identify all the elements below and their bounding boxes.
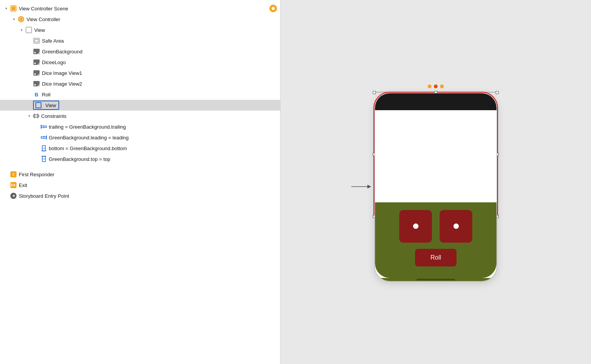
svg-point-0 xyxy=(272,7,275,10)
dice1-label: Dice Image View1 xyxy=(42,70,82,76)
tree-item-dicelogo[interactable]: DiceeLogo xyxy=(0,57,280,68)
dicelogo-label: DiceeLogo xyxy=(42,60,66,65)
phone-wrapper: Roll xyxy=(374,83,498,282)
dice-1-dot xyxy=(413,223,418,229)
safearea-icon xyxy=(33,37,40,44)
tree-item-view-root[interactable]: View xyxy=(0,25,280,35)
right-panel: Roll xyxy=(281,0,591,364)
vc-label: View Controller xyxy=(27,17,60,22)
entrypoint-label: Storyboard Entry Point xyxy=(19,193,69,199)
ctrl-dot-3 xyxy=(440,84,444,88)
dice-row xyxy=(399,210,472,243)
scene-badge xyxy=(269,5,277,12)
entrypoint-icon xyxy=(10,192,17,199)
constraints-label: Constraints xyxy=(41,113,66,119)
tree-item-entrypoint[interactable]: Storyboard Entry Point xyxy=(0,190,280,201)
ctrl-dot-2 xyxy=(434,84,438,88)
roll-icon: B xyxy=(33,91,40,98)
left-panel: View Controller Scene View Controller Vi… xyxy=(0,0,281,364)
exit-label: Exit xyxy=(19,182,27,188)
tree-item-safearea[interactable]: Safe Area xyxy=(0,35,280,46)
fr-label: First Responder xyxy=(19,172,54,177)
canvas-area: Roll xyxy=(374,83,498,282)
home-bar xyxy=(417,279,455,280)
tree-item-fr[interactable]: 1 First Responder xyxy=(0,169,280,180)
tree-item-c3[interactable]: bottom = GreenBackground.bottom xyxy=(0,143,280,154)
ctrl-dot-1 xyxy=(428,84,432,88)
dice2-icon xyxy=(33,80,40,87)
vc-icon xyxy=(18,16,25,23)
tree-item-dice1[interactable]: Dice Image View1 xyxy=(0,68,280,78)
c3-label: bottom = GreenBackground.bottom xyxy=(49,146,127,151)
view-root-icon xyxy=(25,26,32,33)
phone-green-content: Roll xyxy=(375,202,496,278)
c4-icon xyxy=(41,156,47,162)
view-selected-box: View xyxy=(33,101,59,110)
chevron-constraints xyxy=(26,113,32,119)
safearea-label: Safe Area xyxy=(42,38,64,44)
c1-label: trailing = GreenBackground.trailing xyxy=(49,124,126,130)
phone-white-content xyxy=(375,110,496,202)
tree-item-greenbg[interactable]: GreenBackground xyxy=(0,46,280,57)
svg-marker-18 xyxy=(367,185,371,189)
dice-1 xyxy=(399,210,432,243)
tree-item-c4[interactable]: GreenBackground.top = top xyxy=(0,154,280,164)
c2-icon xyxy=(41,134,47,141)
tree-item-roll[interactable]: B Roll xyxy=(0,89,280,100)
c1-icon xyxy=(41,124,47,130)
exit-icon xyxy=(10,182,17,189)
chevron-vc xyxy=(11,16,17,22)
roll-label: Roll xyxy=(42,92,50,98)
tree-item-c2[interactable]: GreenBackground.leading = leading xyxy=(0,132,280,143)
phone-top-controls xyxy=(428,83,444,90)
dicelogo-icon xyxy=(33,59,40,66)
phone-container: Roll xyxy=(374,93,497,282)
dice-2-dot xyxy=(453,223,459,229)
c2-label: GreenBackground.leading = leading xyxy=(49,135,129,141)
home-indicator xyxy=(375,278,496,281)
view-selected-label: View xyxy=(45,103,56,108)
greenbg-label: GreenBackground xyxy=(42,49,83,55)
chevron-view-root xyxy=(18,27,25,33)
constraints-icon xyxy=(33,113,39,119)
dice-2 xyxy=(440,210,472,243)
tree-item-dice2[interactable]: Dice Image View2 xyxy=(0,78,280,89)
roll-button[interactable]: Roll xyxy=(415,249,457,266)
phone-notch xyxy=(413,93,459,104)
tree-item-vc[interactable]: View Controller xyxy=(0,14,280,25)
tree-item-c1[interactable]: trailing = GreenBackground.trailing xyxy=(0,121,280,132)
tree-item-constraints[interactable]: Constraints xyxy=(0,111,280,121)
c3-icon xyxy=(41,145,47,151)
dice2-label: Dice Image View2 xyxy=(42,81,82,87)
tree-item-exit[interactable]: Exit xyxy=(0,180,280,190)
phone-frame: Roll xyxy=(374,93,497,282)
view-root-label: View xyxy=(34,27,45,33)
greenbg-icon xyxy=(33,48,40,55)
scene-label: View Controller Scene xyxy=(19,6,68,12)
chevron-scene xyxy=(3,5,9,12)
svg-rect-1 xyxy=(33,115,39,117)
entry-arrow xyxy=(350,182,372,191)
dice1-icon xyxy=(33,69,40,76)
tree-item-scene[interactable]: View Controller Scene xyxy=(0,3,280,14)
tree-item-view-selected[interactable]: View xyxy=(0,100,280,111)
c4-label: GreenBackground.top = top xyxy=(49,156,110,162)
phone-notch-bar xyxy=(375,93,496,110)
fr-icon: 1 xyxy=(10,171,17,178)
view-selected-icon xyxy=(35,102,42,109)
scene-icon xyxy=(10,5,17,12)
